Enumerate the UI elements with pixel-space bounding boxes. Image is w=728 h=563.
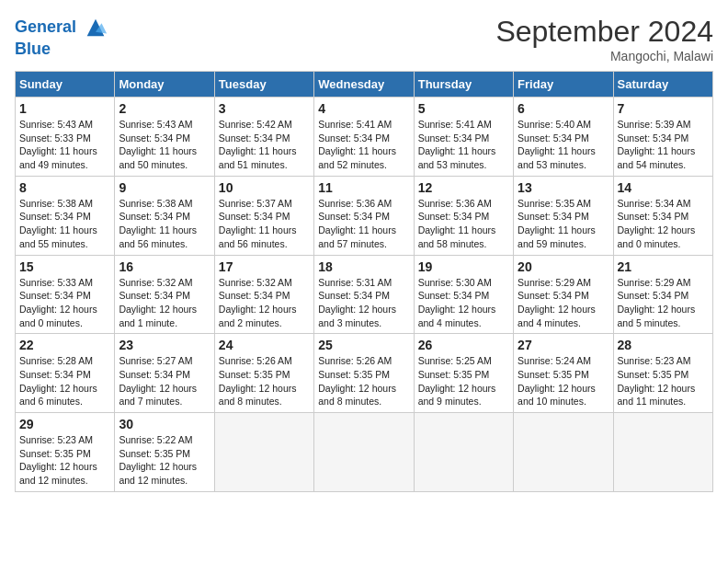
day-number: 9 — [119, 180, 210, 195]
calendar-cell: 27Sunrise: 5:24 AMSunset: 5:35 PMDayligh… — [514, 334, 613, 413]
cell-info: Sunrise: 5:32 AM — [119, 276, 210, 290]
calendar-cell: 16Sunrise: 5:32 AMSunset: 5:34 PMDayligh… — [115, 255, 214, 334]
cell-info: Daylight: 12 hours — [318, 382, 409, 396]
cell-info: Sunrise: 5:37 AM — [219, 197, 310, 211]
cell-info: Sunrise: 5:39 AM — [618, 118, 709, 132]
cell-info: Sunset: 5:34 PM — [518, 210, 609, 224]
cell-info: Sunrise: 5:25 AM — [418, 354, 509, 368]
day-number: 1 — [19, 101, 110, 116]
cell-info: Sunset: 5:34 PM — [618, 289, 709, 303]
cell-info: Daylight: 12 hours — [418, 303, 509, 316]
day-number: 21 — [618, 259, 709, 274]
cell-info: Sunset: 5:34 PM — [418, 132, 509, 145]
day-number: 23 — [119, 338, 210, 352]
cell-info: Daylight: 12 hours — [518, 382, 609, 396]
cell-info: and 51 minutes. — [219, 158, 310, 172]
calendar-cell: 29Sunrise: 5:23 AMSunset: 5:35 PMDayligh… — [16, 413, 115, 492]
calendar-cell: 18Sunrise: 5:31 AMSunset: 5:34 PMDayligh… — [314, 255, 414, 334]
calendar-week-row: 15Sunrise: 5:33 AMSunset: 5:34 PMDayligh… — [16, 255, 713, 334]
cell-info: Daylight: 12 hours — [19, 303, 110, 316]
cell-info: Sunrise: 5:34 AM — [618, 197, 709, 211]
cell-info: Sunset: 5:35 PM — [318, 368, 409, 382]
cell-info: Sunrise: 5:41 AM — [318, 118, 409, 132]
cell-info: Daylight: 11 hours — [618, 144, 709, 158]
day-number: 2 — [119, 101, 210, 116]
cell-info: Sunrise: 5:26 AM — [219, 354, 310, 368]
cell-info: Sunrise: 5:40 AM — [518, 118, 609, 132]
cell-info: Sunrise: 5:38 AM — [119, 197, 210, 211]
day-number: 14 — [618, 180, 709, 195]
cell-info: and 4 minutes. — [418, 316, 509, 330]
day-number: 22 — [19, 338, 110, 352]
cell-info: Sunset: 5:34 PM — [518, 289, 609, 303]
cell-info: Sunrise: 5:30 AM — [418, 276, 509, 290]
cell-info: Sunrise: 5:43 AM — [19, 118, 110, 132]
calendar-cell: 28Sunrise: 5:23 AMSunset: 5:35 PMDayligh… — [613, 334, 712, 413]
cell-info: Daylight: 12 hours — [618, 382, 709, 396]
cell-info: Sunset: 5:34 PM — [219, 132, 310, 145]
cell-info: Sunrise: 5:42 AM — [219, 118, 310, 132]
cell-info: and 55 minutes. — [19, 237, 110, 251]
cell-info: Daylight: 12 hours — [618, 303, 709, 316]
cell-info: Daylight: 12 hours — [119, 382, 210, 396]
cell-info: Daylight: 11 hours — [119, 224, 210, 237]
calendar-cell: 9Sunrise: 5:38 AMSunset: 5:34 PMDaylight… — [115, 176, 214, 255]
cell-info: Daylight: 11 hours — [318, 224, 409, 237]
day-number: 18 — [318, 259, 409, 274]
cell-info: Sunset: 5:35 PM — [19, 447, 110, 461]
calendar-cell: 14Sunrise: 5:34 AMSunset: 5:34 PMDayligh… — [613, 176, 712, 255]
cell-info: Daylight: 12 hours — [119, 460, 210, 474]
weekday-header-saturday: Saturday — [613, 72, 712, 98]
day-number: 15 — [19, 259, 110, 274]
calendar-week-row: 29Sunrise: 5:23 AMSunset: 5:35 PMDayligh… — [16, 413, 713, 492]
cell-info: and 12 minutes. — [119, 474, 210, 488]
cell-info: Sunset: 5:34 PM — [418, 210, 509, 224]
day-number: 11 — [318, 180, 409, 195]
cell-info: Daylight: 12 hours — [418, 382, 509, 396]
cell-info: and 0 minutes. — [618, 237, 709, 251]
day-number: 29 — [19, 417, 110, 431]
cell-info: Daylight: 12 hours — [219, 382, 310, 396]
weekday-header-thursday: Thursday — [414, 72, 513, 98]
calendar-cell: 25Sunrise: 5:26 AMSunset: 5:35 PMDayligh… — [314, 334, 414, 413]
cell-info: and 2 minutes. — [219, 316, 310, 330]
cell-info: Daylight: 11 hours — [219, 144, 310, 158]
cell-info: and 52 minutes. — [318, 158, 409, 172]
cell-info: Sunset: 5:34 PM — [119, 210, 210, 224]
weekday-header-friday: Friday — [514, 72, 613, 98]
cell-info: Sunset: 5:35 PM — [119, 447, 210, 461]
weekday-header-monday: Monday — [115, 72, 214, 98]
cell-info: Sunset: 5:34 PM — [318, 132, 409, 145]
cell-info: and 8 minutes. — [318, 395, 409, 408]
logo-blue: Blue — [15, 40, 51, 58]
logo-general: General — [15, 17, 76, 36]
calendar-week-row: 22Sunrise: 5:28 AMSunset: 5:34 PMDayligh… — [16, 334, 713, 413]
cell-info: Sunset: 5:34 PM — [219, 289, 310, 303]
logo: General Blue — [15, 15, 108, 59]
day-number: 25 — [318, 338, 409, 352]
cell-info: Sunrise: 5:29 AM — [518, 276, 609, 290]
cell-info: Sunset: 5:34 PM — [19, 368, 110, 382]
cell-info: Daylight: 12 hours — [518, 303, 609, 316]
cell-info: and 56 minutes. — [119, 237, 210, 251]
day-number: 5 — [418, 101, 509, 116]
cell-info: Sunrise: 5:32 AM — [219, 276, 310, 290]
cell-info: Sunset: 5:34 PM — [119, 368, 210, 382]
calendar-cell — [414, 413, 513, 492]
cell-info: Sunrise: 5:36 AM — [318, 197, 409, 211]
day-number: 10 — [219, 180, 310, 195]
cell-info: Sunrise: 5:23 AM — [19, 433, 110, 447]
cell-info: and 7 minutes. — [119, 395, 210, 408]
cell-info: Daylight: 11 hours — [418, 224, 509, 237]
calendar-cell: 19Sunrise: 5:30 AMSunset: 5:34 PMDayligh… — [414, 255, 513, 334]
calendar-cell: 15Sunrise: 5:33 AMSunset: 5:34 PMDayligh… — [16, 255, 115, 334]
cell-info: Sunrise: 5:31 AM — [318, 276, 409, 290]
cell-info: and 53 minutes. — [518, 158, 609, 172]
cell-info: Sunrise: 5:33 AM — [19, 276, 110, 290]
cell-info: Daylight: 12 hours — [19, 382, 110, 396]
calendar-cell: 20Sunrise: 5:29 AMSunset: 5:34 PMDayligh… — [514, 255, 613, 334]
cell-info: Sunset: 5:35 PM — [618, 368, 709, 382]
day-number: 12 — [418, 180, 509, 195]
cell-info: Sunset: 5:34 PM — [119, 132, 210, 145]
day-number: 16 — [119, 259, 210, 274]
